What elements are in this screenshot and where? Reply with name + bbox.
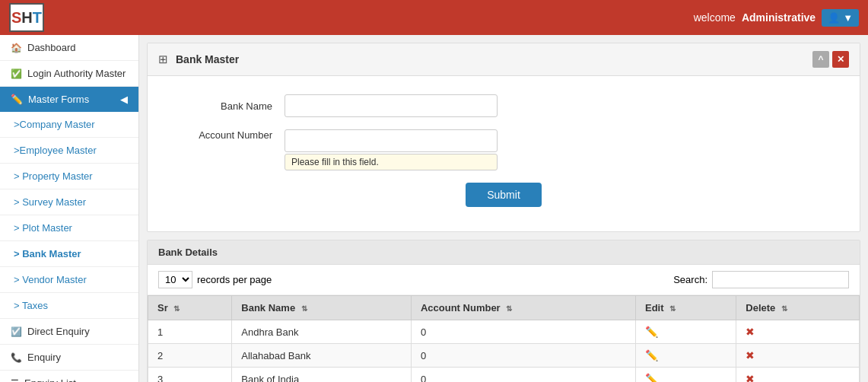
edit-icon[interactable]: ✏️ <box>645 373 658 382</box>
bank-table: Sr ⇅ Bank Name ⇅ Account Number ⇅ Edit ⇅… <box>148 295 860 382</box>
cell-bank-name: Bank of India <box>232 368 412 383</box>
cell-sr: 1 <box>148 320 232 344</box>
delete-icon[interactable]: ✖ <box>746 326 755 338</box>
sidebar-item-login-authority-label: Login Authority Master <box>27 68 126 79</box>
property-master-label: > Property Master <box>14 170 93 182</box>
sidebar-item-vendor-master[interactable]: > Vendor Master <box>0 267 138 293</box>
sidebar-item-direct-enquiry[interactable]: ☑️ Direct Enquiry <box>0 319 138 345</box>
tooltip-bubble: Please fill in this field. <box>285 154 498 170</box>
user-name: Administrative <box>742 11 816 24</box>
cell-bank-name: Allahabad Bank <box>232 344 412 368</box>
col-sr: Sr ⇅ <box>148 296 232 320</box>
cell-account-number: 0 <box>411 368 635 383</box>
bank-name-input[interactable] <box>285 94 498 117</box>
sidebar-item-login-authority[interactable]: ✅ Login Authority Master <box>0 61 138 87</box>
welcome-message: welcome Administrative 👤 ▼ <box>694 9 859 27</box>
cell-delete: ✖ <box>736 368 860 383</box>
user-menu-button[interactable]: 👤 ▼ <box>822 9 859 27</box>
submit-button[interactable]: Submit <box>466 183 542 207</box>
col-account-number: Account Number ⇅ <box>411 296 635 320</box>
logo-s: S <box>11 9 21 27</box>
panel-header: ⊞ Bank Master ^ ✕ <box>148 43 860 76</box>
panel-close-button[interactable]: ✕ <box>832 51 849 68</box>
sidebar-sub-master-forms: >Company Master >Employee Master > Prope… <box>0 112 138 319</box>
bank-name-group: Bank Name <box>163 94 844 117</box>
sidebar-item-survey-master[interactable]: > Survey Master <box>0 189 138 215</box>
cell-bank-name: Andhra Bank <box>232 320 412 344</box>
master-forms-left: ✏️ Master Forms <box>11 94 89 105</box>
table-controls: 10 25 50 records per page Search: <box>148 265 860 295</box>
taxes-label: > Taxes <box>14 300 48 311</box>
sidebar-item-taxes[interactable]: > Taxes <box>0 293 138 319</box>
sidebar-item-plot-master[interactable]: > Plot Master <box>0 215 138 241</box>
table-row: 2 Allahabad Bank 0 ✏️ ✖ <box>148 344 860 368</box>
user-icon: 👤 <box>828 12 840 24</box>
col-bank-name: Bank Name ⇅ <box>232 296 412 320</box>
welcome-text: welcome <box>694 11 736 24</box>
sidebar-item-property-master[interactable]: > Property Master <box>0 164 138 189</box>
employee-master-label: >Employee Master <box>14 145 97 156</box>
dashboard-icon: 🏠 <box>11 43 22 53</box>
master-forms-icon: ✏️ <box>11 94 23 105</box>
account-number-input[interactable] <box>285 129 498 152</box>
cell-edit: ✏️ <box>636 344 736 368</box>
search-input[interactable] <box>712 271 849 288</box>
sidebar-item-company-master[interactable]: >Company Master <box>0 112 138 138</box>
bank-name-label: Bank Name <box>163 100 285 112</box>
panel-grid-icon: ⊞ <box>158 53 168 66</box>
table-row: 1 Andhra Bank 0 ✏️ ✖ <box>148 320 860 344</box>
logo: SHT <box>9 3 44 32</box>
sidebar-item-enquiry-list[interactable]: ☰ Enquiry List <box>0 371 138 382</box>
sidebar-item-enquiry[interactable]: 📞 Enquiry <box>0 345 138 371</box>
delete-icon[interactable]: ✖ <box>746 373 755 382</box>
enquiry-icon: 📞 <box>11 352 22 363</box>
records-per-page-select[interactable]: 10 25 50 <box>158 271 192 288</box>
table-section-header: Bank Details <box>148 240 860 265</box>
master-forms-arrow: ◀ <box>120 94 128 105</box>
enquiry-list-label: Enquiry List <box>24 377 76 382</box>
direct-enquiry-icon: ☑️ <box>11 326 22 337</box>
plot-master-label: > Plot Master <box>14 222 72 234</box>
logo-h: H <box>21 9 32 27</box>
cell-account-number: 0 <box>411 344 635 368</box>
main-content: ⊞ Bank Master ^ ✕ Bank Name Account Numb… <box>139 35 868 382</box>
edit-icon[interactable]: ✏️ <box>645 326 658 338</box>
delete-icon[interactable]: ✖ <box>746 349 755 361</box>
col-delete: Delete ⇅ <box>736 296 860 320</box>
edit-icon[interactable]: ✏️ <box>645 349 658 361</box>
submit-row: Submit <box>163 183 844 207</box>
sidebar-section-master-forms[interactable]: ✏️ Master Forms ◀ <box>0 87 138 112</box>
cell-sr: 2 <box>148 344 232 368</box>
account-number-label: Account Number <box>163 129 285 141</box>
account-number-group: Account Number Please fill in this field… <box>163 129 844 170</box>
sidebar: 🏠 Dashboard ✅ Login Authority Master ✏️ … <box>0 35 139 382</box>
enquiry-label: Enquiry <box>27 352 61 363</box>
sidebar-item-dashboard[interactable]: 🏠 Dashboard <box>0 35 138 61</box>
sidebar-item-dashboard-label: Dashboard <box>27 42 76 53</box>
user-dropdown-arrow: ▼ <box>843 12 853 24</box>
col-edit: Edit ⇅ <box>636 296 736 320</box>
bank-master-panel: ⊞ Bank Master ^ ✕ Bank Name Account Numb… <box>147 43 860 232</box>
records-per-page-label: records per page <box>197 274 272 285</box>
cell-edit: ✏️ <box>636 320 736 344</box>
panel-collapse-button[interactable]: ^ <box>812 51 829 68</box>
master-forms-label: Master Forms <box>28 94 89 105</box>
vendor-master-label: > Vendor Master <box>14 274 87 285</box>
login-icon: ✅ <box>11 68 22 79</box>
table-row: 3 Bank of India 0 ✏️ ✖ <box>148 368 860 383</box>
table-body: 1 Andhra Bank 0 ✏️ ✖ 2 Allahabad Bank 0 … <box>148 320 860 383</box>
sidebar-item-bank-master[interactable]: > Bank Master <box>0 241 138 267</box>
header: SHT welcome Administrative 👤 ▼ <box>0 0 868 35</box>
company-master-label: >Company Master <box>14 119 95 130</box>
sidebar-item-employee-master[interactable]: >Employee Master <box>0 138 138 164</box>
records-per-page: 10 25 50 records per page <box>158 271 272 288</box>
layout: 🏠 Dashboard ✅ Login Authority Master ✏️ … <box>0 35 868 382</box>
bank-details-section: Bank Details 10 25 50 records per page S… <box>147 240 860 382</box>
table-header-row: Sr ⇅ Bank Name ⇅ Account Number ⇅ Edit ⇅… <box>148 296 860 320</box>
panel-header-left: ⊞ Bank Master <box>158 53 239 66</box>
bank-master-label: > Bank Master <box>14 248 81 259</box>
search-row: Search: <box>673 271 849 288</box>
account-number-wrapper: Please fill in this field. <box>285 129 498 170</box>
enquiry-list-icon: ☰ <box>11 378 19 383</box>
cell-sr: 3 <box>148 368 232 383</box>
